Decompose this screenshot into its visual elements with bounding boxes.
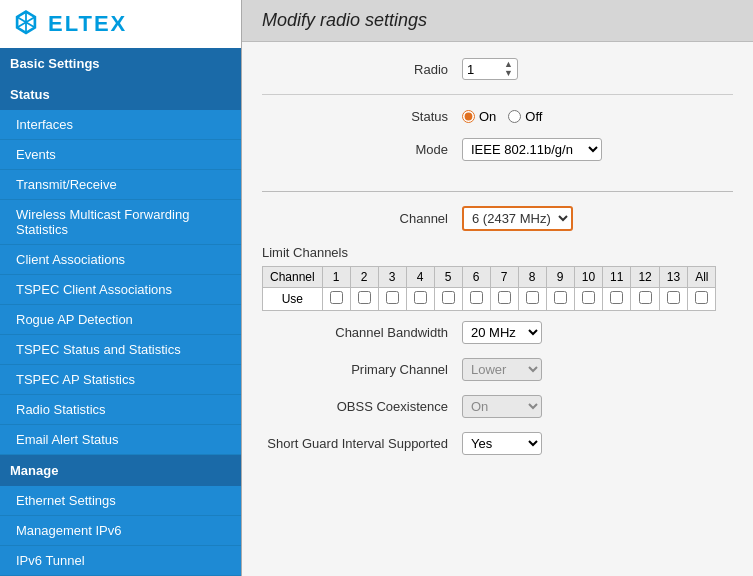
primary-channel-row: Primary Channel Lower Upper — [262, 358, 733, 381]
logo-area: ELTEX — [0, 0, 241, 48]
sidebar-item-ipv6-tunnel[interactable]: IPv6 Tunnel — [0, 546, 241, 576]
channel-select[interactable]: 6 (2437 MHz) 1 (2412 MHz) 2 (2417 MHz) 3… — [462, 206, 573, 231]
obss-control: On Off — [462, 395, 542, 418]
sidebar-item-radio-statistics[interactable]: Radio Statistics — [0, 395, 241, 425]
short-guard-control: Yes No — [462, 432, 542, 455]
use-label: Use — [263, 288, 323, 311]
obss-label: OBSS Coexistence — [262, 399, 462, 414]
col-header-10: 10 — [574, 267, 602, 288]
sidebar-item-mgmt-ipv6[interactable]: Management IPv6 — [0, 516, 241, 546]
sidebar-item-tspec-ap[interactable]: TSPEC AP Statistics — [0, 365, 241, 395]
channel-bandwidth-row: Channel Bandwidth 20 MHz 40 MHz — [262, 321, 733, 344]
primary-channel-select[interactable]: Lower Upper — [462, 358, 542, 381]
sidebar-item-interfaces[interactable]: Interfaces — [0, 110, 241, 140]
sidebar-item-ethernet-settings[interactable]: Ethernet Settings — [0, 486, 241, 516]
channel-6-checkbox[interactable] — [470, 291, 483, 304]
channel-bandwidth-label: Channel Bandwidth — [262, 325, 462, 340]
status-off-radio[interactable] — [508, 110, 521, 123]
radio-down-arrow[interactable]: ▼ — [504, 69, 513, 78]
radio-value: 1 — [467, 62, 474, 77]
limit-channels-label: Limit Channels — [262, 245, 733, 260]
sidebar-item-tspec-client[interactable]: TSPEC Client Associations — [0, 275, 241, 305]
channel-5-checkbox[interactable] — [442, 291, 455, 304]
sidebar-manage-header[interactable]: Manage — [0, 455, 241, 486]
channel-7-checkbox[interactable] — [498, 291, 511, 304]
channel-12-checkbox[interactable] — [639, 291, 652, 304]
channel-label: Channel — [262, 211, 462, 226]
channel-control: 6 (2437 MHz) 1 (2412 MHz) 2 (2417 MHz) 3… — [462, 206, 573, 231]
channel-9-checkbox[interactable] — [554, 291, 567, 304]
primary-channel-label: Primary Channel — [262, 362, 462, 377]
eltex-logo-icon — [10, 8, 42, 40]
sidebar-item-client-associations[interactable]: Client Associations — [0, 245, 241, 275]
short-guard-select[interactable]: Yes No — [462, 432, 542, 455]
form-area: Radio 1 ▲ ▼ Status On — [242, 42, 753, 191]
mode-label: Mode — [262, 142, 462, 157]
status-off-label[interactable]: Off — [508, 109, 542, 124]
sidebar-item-wmfs[interactable]: Wireless Multicast Forwarding Statistics — [0, 200, 241, 245]
logo-text: ELTEX — [48, 11, 127, 37]
col-header-8: 8 — [518, 267, 546, 288]
channel-8-checkbox[interactable] — [526, 291, 539, 304]
col-header-all: All — [688, 267, 716, 288]
obss-row: OBSS Coexistence On Off — [262, 395, 733, 418]
col-header-channel: Channel — [263, 267, 323, 288]
status-label: Status — [262, 109, 462, 124]
channel-13-checkbox[interactable] — [667, 291, 680, 304]
col-header-3: 3 — [378, 267, 406, 288]
status-row: Status On Off — [262, 109, 733, 124]
divider-1 — [262, 94, 733, 95]
col-header-12: 12 — [631, 267, 659, 288]
sidebar-item-email-alert[interactable]: Email Alert Status — [0, 425, 241, 455]
channel-4-checkbox[interactable] — [414, 291, 427, 304]
col-header-7: 7 — [490, 267, 518, 288]
radio-spinner[interactable]: 1 ▲ ▼ — [462, 58, 518, 80]
sidebar-item-tspec-status[interactable]: TSPEC Status and Statistics — [0, 335, 241, 365]
col-header-2: 2 — [350, 267, 378, 288]
primary-channel-control: Lower Upper — [462, 358, 542, 381]
channel-section: Channel 6 (2437 MHz) 1 (2412 MHz) 2 (241… — [242, 192, 753, 485]
channel-table: Channel 1 2 3 4 5 6 7 8 9 10 11 12 13 — [262, 266, 716, 311]
status-on-radio[interactable] — [462, 110, 475, 123]
radio-control: 1 ▲ ▼ — [462, 58, 518, 80]
col-header-11: 11 — [603, 267, 631, 288]
sidebar-status-header[interactable]: Status — [0, 79, 241, 110]
channel-all-checkbox[interactable] — [695, 291, 708, 304]
channel-bandwidth-select[interactable]: 20 MHz 40 MHz — [462, 321, 542, 344]
status-off-text: Off — [525, 109, 542, 124]
radio-spinner-arrows[interactable]: ▲ ▼ — [504, 60, 513, 78]
limit-channels-section: Limit Channels Channel 1 2 3 4 5 6 7 8 9 — [262, 245, 733, 311]
radio-row: Radio 1 ▲ ▼ — [262, 58, 733, 80]
status-control: On Off — [462, 109, 542, 124]
col-header-13: 13 — [659, 267, 687, 288]
radio-label: Radio — [262, 62, 462, 77]
col-header-6: 6 — [462, 267, 490, 288]
main-content: Modify radio settings Radio 1 ▲ ▼ Status — [242, 0, 753, 576]
col-header-9: 9 — [546, 267, 574, 288]
col-header-5: 5 — [434, 267, 462, 288]
channel-11-checkbox[interactable] — [610, 291, 623, 304]
page-title: Modify radio settings — [242, 0, 753, 42]
sidebar-item-events[interactable]: Events — [0, 140, 241, 170]
sidebar: ELTEX Basic Settings Status Interfaces E… — [0, 0, 242, 576]
sidebar-item-transmit-receive[interactable]: Transmit/Receive — [0, 170, 241, 200]
short-guard-row: Short Guard Interval Supported Yes No — [262, 432, 733, 455]
sidebar-item-basic-settings[interactable]: Basic Settings — [0, 48, 241, 79]
status-on-label[interactable]: On — [462, 109, 496, 124]
mode-select[interactable]: IEEE 802.11b/g/n IEEE 802.11a/n IEEE 802… — [462, 138, 602, 161]
status-on-text: On — [479, 109, 496, 124]
mode-control: IEEE 802.11b/g/n IEEE 802.11a/n IEEE 802… — [462, 138, 602, 161]
channel-2-checkbox[interactable] — [358, 291, 371, 304]
short-guard-label: Short Guard Interval Supported — [262, 436, 462, 451]
mode-row: Mode IEEE 802.11b/g/n IEEE 802.11a/n IEE… — [262, 138, 733, 161]
sidebar-item-rogue-ap[interactable]: Rogue AP Detection — [0, 305, 241, 335]
channel-3-checkbox[interactable] — [386, 291, 399, 304]
channel-1-checkbox[interactable] — [330, 291, 343, 304]
channel-row: Channel 6 (2437 MHz) 1 (2412 MHz) 2 (241… — [262, 206, 733, 231]
col-header-4: 4 — [406, 267, 434, 288]
obss-select[interactable]: On Off — [462, 395, 542, 418]
channel-bandwidth-control: 20 MHz 40 MHz — [462, 321, 542, 344]
channel-use-row: Use — [263, 288, 716, 311]
channel-10-checkbox[interactable] — [582, 291, 595, 304]
col-header-1: 1 — [322, 267, 350, 288]
